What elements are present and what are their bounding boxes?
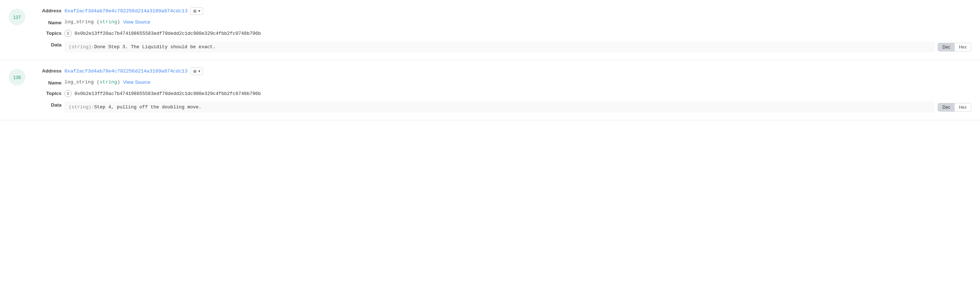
topics-label: Topics [33, 30, 62, 36]
data-toggle-buttons: DecHex [938, 43, 971, 51]
name-label: Name [33, 19, 62, 26]
data-toggle-buttons: DecHex [938, 103, 971, 112]
data-row: Data(string):Step 4, pulling off the dou… [33, 101, 971, 113]
data-row-inner: (string):Step 4, pulling off the doublin… [64, 101, 971, 113]
log-entry: 138Address0xaf2acf3d4ab78e4c702256d214a3… [0, 60, 980, 120]
chevron-down-icon: ▾ [198, 69, 200, 74]
data-value: (string):Step 4, pulling off the doublin… [64, 101, 935, 113]
name-row: Namelog_string (string) View Source [33, 19, 971, 26]
name-row: Namelog_string (string) View Source [33, 79, 971, 86]
view-source-link[interactable]: View Source [123, 79, 151, 85]
topics-value: 00x0b2e13ff20ac7b474198655583edf70dedd2c… [64, 30, 971, 37]
topic-item: 00x0b2e13ff20ac7b474198655583edf70dedd2c… [64, 90, 261, 97]
data-row: Data(string):Done Step 3. The Liquidity … [33, 41, 971, 53]
topic-hash: 0x0b2e13ff20ac7b474198655583edf70dedd2c1… [75, 91, 261, 96]
name-type: string [100, 19, 117, 25]
topics-value: 00x0b2e13ff20ac7b474198655583edf70dedd2c… [64, 90, 971, 97]
magnify-icon: ⊕ [193, 8, 197, 14]
data-value-container: (string):Step 4, pulling off the doublin… [64, 101, 971, 113]
topics-row: Topics00x0b2e13ff20ac7b474198655583edf70… [33, 90, 971, 97]
data-label: Data [33, 41, 62, 48]
data-value: (string):Done Step 3. The Liquidity shou… [64, 41, 935, 53]
topics-row: Topics00x0b2e13ff20ac7b474198655583edf70… [33, 30, 971, 37]
log-fields: Address0xaf2acf3d4ab78e4c702256d214a3189… [33, 67, 971, 113]
data-value-container: (string):Done Step 3. The Liquidity shou… [64, 41, 971, 53]
address-value: 0xaf2acf3d4ab78e4c702256d214a3189a874cdc… [64, 67, 971, 75]
address-row: Address0xaf2acf3d4ab78e4c702256d214a3189… [33, 7, 971, 15]
hex-button[interactable]: Hex [955, 43, 971, 51]
topic-hash: 0x0b2e13ff20ac7b474198655583edf70dedd2c1… [75, 31, 261, 36]
name-code: log_string (string) [64, 79, 120, 85]
log-index-badge: 138 [9, 69, 25, 86]
topic-index-badge: 0 [64, 90, 72, 97]
name-code: log_string (string) [64, 19, 120, 25]
data-type: (string): [69, 104, 94, 110]
address-value: 0xaf2acf3d4ab78e4c702256d214a3189a874cdc… [64, 7, 971, 15]
log-container: 137Address0xaf2acf3d4ab78e4c702256d214a3… [0, 0, 980, 120]
log-entry: 137Address0xaf2acf3d4ab78e4c702256d214a3… [0, 0, 980, 60]
address-row: Address0xaf2acf3d4ab78e4c702256d214a3189… [33, 67, 971, 75]
data-row-inner: (string):Done Step 3. The Liquidity shou… [64, 41, 971, 53]
data-content: Done Step 3. The Liquidity should be exa… [94, 44, 215, 50]
data-content: Step 4, pulling off the doubling move. [94, 104, 201, 110]
chevron-down-icon: ▾ [198, 9, 200, 13]
dec-button[interactable]: Dec [938, 103, 954, 111]
topic-item: 00x0b2e13ff20ac7b474198655583edf70dedd2c… [64, 30, 261, 37]
log-fields: Address0xaf2acf3d4ab78e4c702256d214a3189… [33, 7, 971, 53]
topic-index-badge: 0 [64, 30, 72, 37]
name-label: Name [33, 79, 62, 86]
view-source-link[interactable]: View Source [123, 19, 151, 25]
magnify-icon: ⊕ [193, 69, 197, 74]
data-type: (string): [69, 44, 94, 50]
data-label: Data [33, 101, 62, 108]
address-label: Address [33, 67, 62, 74]
log-index-badge: 137 [9, 9, 25, 26]
address-link[interactable]: 0xaf2acf3d4ab78e4c702256d214a3189a874cdc… [64, 8, 188, 14]
dec-button[interactable]: Dec [938, 43, 954, 51]
topics-label: Topics [33, 90, 62, 96]
name-type: string [100, 79, 117, 85]
hex-button[interactable]: Hex [955, 103, 971, 111]
address-link[interactable]: 0xaf2acf3d4ab78e4c702256d214a3189a874cdc… [64, 69, 188, 74]
address-icon-button[interactable]: ⊕▾ [190, 67, 203, 75]
address-icon-button[interactable]: ⊕▾ [190, 7, 203, 15]
name-value-container: log_string (string) View Source [64, 19, 971, 25]
name-value-container: log_string (string) View Source [64, 79, 971, 85]
address-label: Address [33, 7, 62, 13]
